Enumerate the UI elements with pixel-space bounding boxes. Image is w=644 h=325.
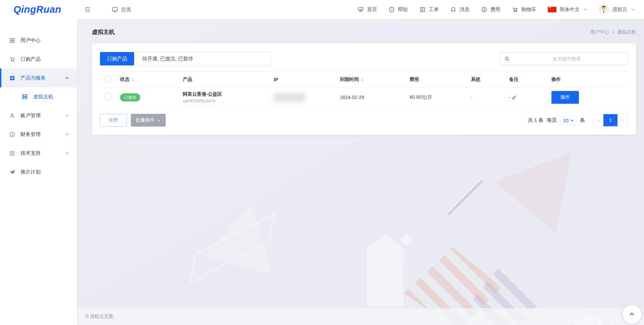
china-flag-icon: ★ (548, 7, 556, 12)
system-value: - (471, 95, 509, 100)
nav-home[interactable]: 首页 (358, 6, 377, 13)
total-count-label: 共 1 条 (528, 117, 544, 124)
column-system[interactable]: 系统 (471, 77, 509, 83)
dollar-circle-icon: $ (481, 6, 487, 13)
sidebar-item-label: 订购产品 (20, 56, 41, 62)
search-icon (504, 56, 510, 62)
column-status[interactable]: 状态 (120, 77, 129, 83)
sidebar-item-label: 账户管理 (20, 112, 41, 119)
batch-operation-button[interactable]: 批量操作 (131, 114, 166, 127)
page-title: 虚拟主机 (92, 28, 115, 36)
table-footer: 续费 批量操作 共 1 条 每页 20 条 « (100, 114, 628, 127)
nav-billing[interactable]: $ 费用 (481, 6, 500, 13)
sidebar-item-label: 产品与服务 (20, 75, 46, 81)
chevron-up-icon (629, 311, 635, 318)
breadcrumb-user-center[interactable]: 用户中心 (590, 29, 609, 35)
sidebar-item-virtual-host[interactable]: 虚拟主机 (0, 87, 77, 106)
user-menu[interactable]: 清软云 (598, 4, 635, 15)
help-icon: ? (388, 6, 395, 13)
per-page-value: 20 (563, 118, 569, 123)
column-remark[interactable]: 备注 (509, 77, 551, 83)
search-box[interactable] (500, 52, 628, 65)
sidebar-item-order-products[interactable]: 订购产品 (0, 50, 77, 68)
product-id: ser047035513474 (183, 99, 274, 103)
chevron-up-icon (65, 76, 69, 80)
bell-icon (450, 6, 457, 13)
copyright-text: © 清软云互联. (85, 314, 115, 320)
avatar (598, 4, 609, 15)
nav-help-label: 帮助 (398, 6, 408, 13)
sidebar-item-account[interactable]: 账户管理 (0, 106, 77, 125)
renew-button[interactable]: 续费 (100, 114, 127, 127)
grid-outline-icon (9, 37, 15, 44)
language-switcher[interactable]: ★ 简体中文 (548, 6, 587, 13)
current-page-button[interactable]: 1 (603, 114, 618, 126)
server-icon (21, 93, 28, 100)
expire-date: 2024-02-29 (340, 95, 410, 100)
nav-cart-label: 购物车 (521, 6, 536, 13)
nav-message[interactable]: 消息 (450, 6, 470, 13)
nav-overview[interactable]: 总览 (112, 6, 131, 13)
nav-overview-label: 总览 (121, 6, 131, 13)
nav-ticket[interactable]: 工单 (419, 6, 439, 13)
sidebar-collapse-button[interactable] (85, 6, 91, 13)
column-ip[interactable]: IP (274, 77, 340, 82)
product-name: 阿里云香港-公益区 (183, 91, 274, 97)
remark-value: - (509, 95, 511, 100)
order-product-button[interactable]: 订购产品 (100, 52, 134, 65)
sidebar-item-label: 财务管理 (20, 131, 41, 138)
sidebar-item-products-services[interactable]: 产品与服务 (0, 68, 77, 87)
chevron-down-icon (583, 8, 587, 11)
sort-icon[interactable] (131, 78, 135, 82)
row-checkbox[interactable] (105, 93, 111, 100)
table-row: 已激活 阿里云香港-公益区 ser047035513474 2024-02-29… (100, 88, 628, 107)
app-window: QingRuan 总览 首页 ? 帮助 (0, 0, 644, 325)
column-expire[interactable]: 到期时间 (340, 77, 359, 83)
svg-text:?: ? (391, 8, 392, 11)
main-content: 虚拟主机 用户中心 / 虚拟主机 订购产品 (77, 19, 644, 325)
sidebar-item-finance[interactable]: $ 财务管理 (0, 125, 77, 144)
column-fee[interactable]: 费用 (410, 77, 471, 83)
sort-icon[interactable] (361, 78, 364, 82)
scroll-to-top-button[interactable] (623, 305, 641, 324)
top-header: QingRuan 总览 首页 ? 帮助 (0, 0, 644, 19)
select-all-checkbox[interactable] (105, 76, 111, 83)
sidebar: 用户中心 订购产品 产品与服务 (0, 19, 77, 325)
edit-remark-icon[interactable] (512, 95, 517, 100)
column-product[interactable]: 产品 (183, 77, 274, 83)
ip-redacted (274, 93, 305, 102)
prev-page-button[interactable]: « (593, 114, 603, 126)
next-page-button[interactable]: » (618, 114, 628, 126)
menu-unfold-icon (85, 6, 91, 13)
username-label: 清软云 (612, 6, 627, 13)
dollar-circle-icon: $ (9, 131, 15, 138)
table-header: 状态 产品 IP 到期时间 (100, 72, 628, 88)
sidebar-item-user-center[interactable]: 用户中心 (0, 31, 77, 50)
nav-cart[interactable]: 购物车 (512, 6, 536, 13)
column-action[interactable]: 操作 (551, 77, 628, 83)
brand-logo[interactable]: QingRuan (13, 4, 85, 15)
nav-billing-label: 费用 (490, 6, 500, 13)
nav-message-label: 消息 (460, 6, 470, 13)
status-filter-input[interactable] (137, 51, 271, 66)
ticket-icon (419, 6, 426, 13)
nav-help[interactable]: ? 帮助 (388, 6, 408, 13)
chevron-down-icon (65, 132, 69, 136)
background-decoration (190, 213, 275, 283)
status-badge: 已激活 (120, 93, 140, 101)
per-page-suffix: 条 (580, 117, 585, 124)
language-label: 简体中文 (559, 6, 580, 13)
sidebar-item-label: 虚拟主机 (33, 94, 53, 100)
cart-icon (9, 56, 15, 62)
sidebar-item-support[interactable]: 技术支持 (0, 144, 77, 162)
header-right-nav: 首页 ? 帮助 工单 消息 $ (358, 4, 635, 15)
row-action-button[interactable]: 操作 (551, 91, 579, 104)
pager: « 1 » (593, 114, 628, 127)
search-input[interactable] (510, 56, 624, 61)
chevron-down-icon (65, 151, 69, 155)
document-lines-icon (9, 150, 15, 156)
sidebar-item-referral[interactable]: 推介计划 (0, 162, 77, 181)
nav-ticket-label: 工单 (429, 6, 439, 13)
paper-plane-icon (9, 169, 15, 175)
per-page-select[interactable]: 20 (560, 116, 577, 125)
